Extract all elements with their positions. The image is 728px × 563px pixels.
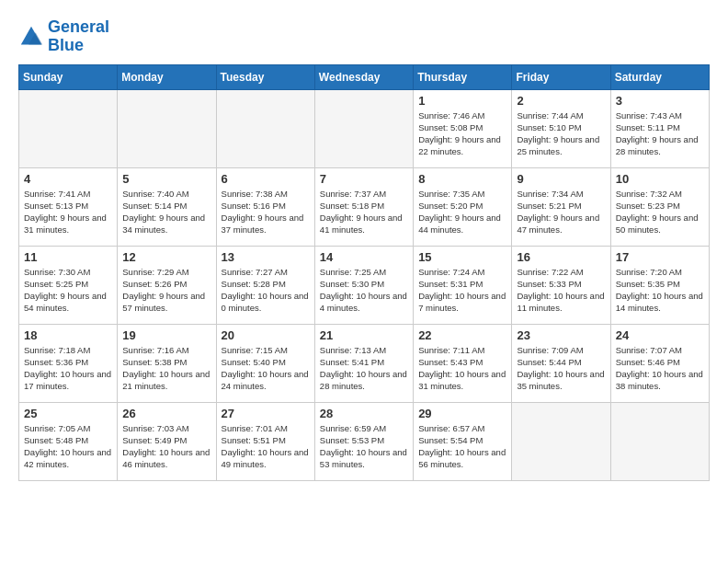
day-info: Sunrise: 7:22 AMSunset: 5:33 PMDaylight:… bbox=[517, 266, 605, 315]
day-info: Sunrise: 7:27 AMSunset: 5:28 PMDaylight:… bbox=[222, 266, 310, 315]
calendar-cell: 18Sunrise: 7:18 AMSunset: 5:36 PMDayligh… bbox=[19, 324, 118, 402]
calendar-week-5: 25Sunrise: 7:05 AMSunset: 5:48 PMDayligh… bbox=[19, 402, 710, 480]
calendar-cell bbox=[314, 89, 413, 167]
calendar-cell: 5Sunrise: 7:40 AMSunset: 5:14 PMDaylight… bbox=[118, 167, 216, 246]
calendar-cell: 25Sunrise: 7:05 AMSunset: 5:48 PMDayligh… bbox=[19, 402, 118, 480]
day-number: 28 bbox=[320, 407, 408, 420]
calendar-cell: 6Sunrise: 7:38 AMSunset: 5:16 PMDaylight… bbox=[216, 167, 314, 246]
day-info: Sunrise: 7:18 AMSunset: 5:36 PMDaylight:… bbox=[24, 344, 112, 393]
day-number: 24 bbox=[616, 328, 704, 342]
calendar-cell: 11Sunrise: 7:30 AMSunset: 5:25 PMDayligh… bbox=[19, 246, 118, 324]
day-number: 20 bbox=[222, 328, 310, 342]
calendar-cell bbox=[512, 402, 610, 480]
day-info: Sunrise: 7:09 AMSunset: 5:44 PMDaylight:… bbox=[517, 344, 605, 393]
day-info: Sunrise: 7:30 AMSunset: 5:25 PMDaylight:… bbox=[24, 266, 112, 315]
calendar-cell: 23Sunrise: 7:09 AMSunset: 5:44 PMDayligh… bbox=[512, 324, 610, 402]
day-info: Sunrise: 7:25 AMSunset: 5:30 PMDaylight:… bbox=[320, 266, 408, 315]
col-header-friday: Friday bbox=[512, 64, 610, 89]
day-info: Sunrise: 7:44 AMSunset: 5:10 PMDaylight:… bbox=[517, 109, 605, 158]
day-number: 8 bbox=[418, 172, 506, 186]
calendar-cell: 13Sunrise: 7:27 AMSunset: 5:28 PMDayligh… bbox=[216, 246, 314, 324]
day-info: Sunrise: 7:35 AMSunset: 5:20 PMDaylight:… bbox=[418, 188, 506, 236]
day-number: 17 bbox=[616, 250, 704, 264]
calendar-cell: 19Sunrise: 7:16 AMSunset: 5:38 PMDayligh… bbox=[118, 324, 216, 402]
day-info: Sunrise: 7:29 AMSunset: 5:26 PMDaylight:… bbox=[122, 266, 210, 315]
day-info: Sunrise: 7:24 AMSunset: 5:31 PMDaylight:… bbox=[418, 266, 506, 315]
calendar-cell: 24Sunrise: 7:07 AMSunset: 5:46 PMDayligh… bbox=[610, 324, 709, 402]
day-info: Sunrise: 6:59 AMSunset: 5:53 PMDaylight:… bbox=[320, 422, 408, 471]
calendar-cell: 29Sunrise: 6:57 AMSunset: 5:54 PMDayligh… bbox=[414, 402, 512, 480]
col-header-tuesday: Tuesday bbox=[216, 64, 314, 89]
calendar-week-2: 4Sunrise: 7:41 AMSunset: 5:13 PMDaylight… bbox=[19, 167, 710, 246]
day-number: 12 bbox=[122, 250, 210, 264]
day-number: 4 bbox=[24, 172, 112, 186]
day-number: 22 bbox=[418, 328, 506, 342]
calendar-cell: 17Sunrise: 7:20 AMSunset: 5:35 PMDayligh… bbox=[610, 246, 709, 324]
calendar-cell: 22Sunrise: 7:11 AMSunset: 5:43 PMDayligh… bbox=[414, 324, 512, 402]
day-number: 13 bbox=[222, 250, 310, 264]
col-header-saturday: Saturday bbox=[610, 64, 709, 89]
day-info: Sunrise: 6:57 AMSunset: 5:54 PMDaylight:… bbox=[418, 422, 506, 471]
day-number: 10 bbox=[616, 172, 704, 186]
calendar-cell: 14Sunrise: 7:25 AMSunset: 5:30 PMDayligh… bbox=[314, 246, 413, 324]
calendar-cell: 7Sunrise: 7:37 AMSunset: 5:18 PMDaylight… bbox=[314, 167, 413, 246]
calendar-cell: 16Sunrise: 7:22 AMSunset: 5:33 PMDayligh… bbox=[512, 246, 610, 324]
calendar-cell: 28Sunrise: 6:59 AMSunset: 5:53 PMDayligh… bbox=[314, 402, 413, 480]
day-number: 1 bbox=[418, 94, 506, 108]
day-info: Sunrise: 7:46 AMSunset: 5:08 PMDaylight:… bbox=[418, 109, 506, 158]
day-info: Sunrise: 7:05 AMSunset: 5:48 PMDaylight:… bbox=[24, 422, 112, 471]
day-info: Sunrise: 7:38 AMSunset: 5:16 PMDaylight:… bbox=[222, 188, 310, 236]
calendar-cell: 15Sunrise: 7:24 AMSunset: 5:31 PMDayligh… bbox=[414, 246, 512, 324]
day-number: 5 bbox=[122, 172, 210, 186]
calendar-cell: 4Sunrise: 7:41 AMSunset: 5:13 PMDaylight… bbox=[19, 167, 118, 246]
day-number: 16 bbox=[517, 250, 605, 264]
day-number: 15 bbox=[418, 250, 506, 264]
calendar-table: SundayMondayTuesdayWednesdayThursdayFrid… bbox=[18, 64, 710, 481]
col-header-monday: Monday bbox=[118, 64, 216, 89]
calendar-cell: 10Sunrise: 7:32 AMSunset: 5:23 PMDayligh… bbox=[610, 167, 709, 246]
calendar-cell: 27Sunrise: 7:01 AMSunset: 5:51 PMDayligh… bbox=[216, 402, 314, 480]
calendar-cell bbox=[216, 89, 314, 167]
day-info: Sunrise: 7:40 AMSunset: 5:14 PMDaylight:… bbox=[122, 188, 210, 236]
calendar-cell: 8Sunrise: 7:35 AMSunset: 5:20 PMDaylight… bbox=[414, 167, 512, 246]
calendar-cell bbox=[118, 89, 216, 167]
day-number: 23 bbox=[517, 328, 605, 342]
calendar-cell: 20Sunrise: 7:15 AMSunset: 5:40 PMDayligh… bbox=[216, 324, 314, 402]
calendar-cell: 12Sunrise: 7:29 AMSunset: 5:26 PMDayligh… bbox=[118, 246, 216, 324]
calendar-cell: 1Sunrise: 7:46 AMSunset: 5:08 PMDaylight… bbox=[414, 89, 512, 167]
logo: General Blue bbox=[18, 18, 109, 55]
day-number: 18 bbox=[24, 328, 112, 342]
calendar-week-3: 11Sunrise: 7:30 AMSunset: 5:25 PMDayligh… bbox=[19, 246, 710, 324]
day-number: 3 bbox=[616, 94, 704, 108]
calendar-cell: 2Sunrise: 7:44 AMSunset: 5:10 PMDaylight… bbox=[512, 89, 610, 167]
day-info: Sunrise: 7:37 AMSunset: 5:18 PMDaylight:… bbox=[320, 188, 408, 236]
calendar-cell: 26Sunrise: 7:03 AMSunset: 5:49 PMDayligh… bbox=[118, 402, 216, 480]
day-number: 11 bbox=[24, 250, 112, 264]
day-number: 6 bbox=[222, 172, 310, 186]
day-number: 21 bbox=[320, 328, 408, 342]
calendar-cell: 3Sunrise: 7:43 AMSunset: 5:11 PMDaylight… bbox=[610, 89, 709, 167]
day-info: Sunrise: 7:13 AMSunset: 5:41 PMDaylight:… bbox=[320, 344, 408, 393]
day-number: 2 bbox=[517, 94, 605, 108]
calendar-cell: 9Sunrise: 7:34 AMSunset: 5:21 PMDaylight… bbox=[512, 167, 610, 246]
col-header-sunday: Sunday bbox=[19, 64, 118, 89]
col-header-thursday: Thursday bbox=[414, 64, 512, 89]
day-info: Sunrise: 7:15 AMSunset: 5:40 PMDaylight:… bbox=[222, 344, 310, 393]
calendar-cell bbox=[610, 402, 709, 480]
day-number: 29 bbox=[418, 407, 506, 420]
calendar-cell: 21Sunrise: 7:13 AMSunset: 5:41 PMDayligh… bbox=[314, 324, 413, 402]
day-info: Sunrise: 7:03 AMSunset: 5:49 PMDaylight:… bbox=[122, 422, 210, 471]
day-info: Sunrise: 7:01 AMSunset: 5:51 PMDaylight:… bbox=[222, 422, 310, 471]
calendar-cell bbox=[19, 89, 118, 167]
calendar-header-row: SundayMondayTuesdayWednesdayThursdayFrid… bbox=[19, 64, 710, 89]
day-number: 14 bbox=[320, 250, 408, 264]
day-info: Sunrise: 7:41 AMSunset: 5:13 PMDaylight:… bbox=[24, 188, 112, 236]
day-info: Sunrise: 7:43 AMSunset: 5:11 PMDaylight:… bbox=[616, 109, 704, 158]
day-number: 19 bbox=[122, 328, 210, 342]
col-header-wednesday: Wednesday bbox=[314, 64, 413, 89]
logo-icon bbox=[18, 24, 44, 50]
day-number: 9 bbox=[517, 172, 605, 186]
day-info: Sunrise: 7:11 AMSunset: 5:43 PMDaylight:… bbox=[418, 344, 506, 393]
day-number: 25 bbox=[24, 407, 112, 420]
day-info: Sunrise: 7:34 AMSunset: 5:21 PMDaylight:… bbox=[517, 188, 605, 236]
